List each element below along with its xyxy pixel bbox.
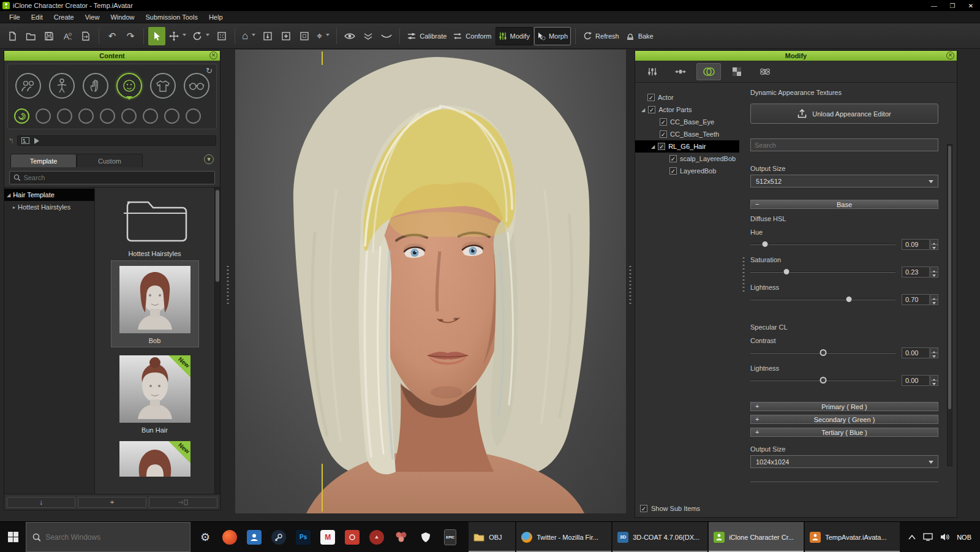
unload-appearance-editor-button[interactable]: Unload Appearance Editor — [750, 104, 938, 124]
contrast-slider[interactable] — [750, 349, 895, 357]
tree-item-cc-base-eye[interactable]: ✓ CC_Base_Eye — [635, 116, 739, 128]
hue-slider[interactable] — [750, 241, 895, 248]
target-probe-button[interactable]: ⌖ — [314, 27, 332, 45]
thumbnail-bob[interactable]: Bob — [111, 261, 198, 347]
tree-item-hair-template[interactable]: ◢ Hair Template — [4, 189, 94, 201]
content-panel-close-icon[interactable]: ✕ — [209, 51, 217, 59]
maximize-button[interactable]: ❐ — [943, 0, 962, 11]
add-item-button[interactable]: ＋ — [78, 497, 146, 508]
taskbar-search-box[interactable] — [26, 522, 190, 552]
content-scrollbar[interactable] — [214, 187, 220, 494]
tree-item-actor-parts[interactable]: ◢ ✓ Actor Parts — [635, 104, 739, 116]
collapse-minus-icon[interactable]: − — [755, 200, 759, 208]
layers-button[interactable] — [360, 27, 377, 45]
subcategory-7[interactable] — [143, 108, 158, 124]
saturation-value[interactable]: 0.23 — [902, 267, 930, 278]
subcategory-hair[interactable] — [14, 108, 29, 124]
tree-item-cc-base-teeth[interactable]: ✓ CC_Base_Teeth — [635, 128, 739, 140]
taskbar-window-iclone-cc[interactable]: iClone Character Cr... — [709, 522, 804, 552]
checkbox-checked[interactable]: ✓ — [669, 155, 677, 162]
minimize-button[interactable]: — — [925, 0, 943, 11]
tab-physics[interactable] — [753, 63, 777, 80]
probe-options-caret[interactable] — [326, 34, 330, 38]
expander-open-icon[interactable]: ◢ — [651, 144, 655, 149]
home-button[interactable]: ⌂ — [239, 27, 258, 45]
new-project-button[interactable] — [4, 27, 21, 45]
character-text-tool-button[interactable]: A — [59, 27, 76, 45]
pinned-app-red-1[interactable] — [340, 522, 364, 552]
checkbox-checked[interactable]: ✓ — [669, 167, 677, 175]
output-size-dropdown-bottom[interactable]: 1024x1024 — [750, 455, 938, 468]
hue-value[interactable]: 0.09 — [902, 239, 930, 250]
export-document-button[interactable] — [77, 27, 94, 45]
pinned-settings[interactable]: ⚙ — [193, 522, 217, 552]
subcategory-8[interactable] — [164, 108, 179, 124]
taskbar-search-input[interactable] — [45, 533, 184, 542]
bake-button[interactable]: Bake — [623, 27, 656, 45]
thumbnail-bun-hair[interactable]: New Bun Hair — [111, 355, 198, 434]
modify-scrollbar-thumb[interactable] — [948, 146, 951, 409]
pinned-steam[interactable] — [266, 522, 291, 552]
open-button[interactable] — [22, 27, 39, 45]
menu-create[interactable]: Create — [48, 11, 80, 23]
folder-hottest-hairstyles[interactable]: Hottest Hairstyles — [111, 191, 198, 257]
pinned-app-cluster[interactable] — [389, 522, 413, 552]
output-size-dropdown-top[interactable]: 512x512 — [750, 175, 938, 187]
primary-red-section-header[interactable]: + Primary ( Red ) — [750, 402, 938, 411]
subcategory-5[interactable] — [100, 108, 115, 124]
modify-panel-close-icon[interactable]: ✕ — [946, 51, 954, 59]
pinned-app-swirl[interactable] — [217, 522, 242, 552]
spec-lightness-value[interactable]: 0.00 — [902, 375, 930, 386]
tree-item-actor[interactable]: ✓ Actor — [635, 91, 739, 104]
tree-params-splitter[interactable] — [739, 83, 748, 500]
saturation-spinner[interactable] — [930, 267, 938, 278]
pinned-gmail[interactable]: M — [315, 522, 340, 552]
tertiary-blue-section-header[interactable]: + Tertiary ( Blue ) — [750, 428, 938, 437]
checkbox-checked[interactable]: ✓ — [648, 106, 655, 113]
category-accessory[interactable] — [184, 73, 209, 99]
category-characters[interactable] — [15, 73, 41, 99]
thumbnail-partial[interactable]: New — [111, 441, 198, 477]
checkbox-checked[interactable]: ✓ — [647, 94, 655, 101]
import-button[interactable] — [259, 27, 276, 45]
left-splitter[interactable] — [221, 50, 235, 521]
play-icon[interactable] — [34, 138, 39, 144]
breadcrumb-bar[interactable] — [17, 135, 216, 146]
subcategory-3[interactable] — [57, 108, 72, 124]
saturation-slider[interactable] — [750, 268, 895, 276]
texture-search-box[interactable] — [750, 138, 938, 151]
category-body[interactable] — [49, 73, 75, 99]
expand-plus-icon[interactable]: + — [755, 403, 759, 410]
category-cloth[interactable] — [150, 73, 176, 99]
tree-item-rl-g6-hair[interactable]: ◢ ✓ RL_G6_Hair — [635, 140, 739, 153]
redo-button[interactable]: ↷ — [122, 27, 139, 45]
menu-view[interactable]: View — [80, 11, 105, 23]
pinned-app-red-2[interactable] — [364, 522, 389, 552]
rotate-tool-button[interactable] — [190, 27, 212, 45]
pinned-epic-games[interactable]: EPIC — [438, 522, 462, 552]
move-options-caret[interactable] — [183, 34, 186, 38]
hide-eyelid-button[interactable] — [378, 27, 395, 45]
home-options-caret[interactable] — [252, 34, 255, 38]
expand-plus-icon[interactable]: + — [755, 428, 759, 436]
modify-scrollbar[interactable] — [947, 144, 952, 466]
download-button[interactable]: ↓ — [7, 497, 75, 508]
content-search-input[interactable] — [23, 174, 211, 181]
close-button[interactable]: ✕ — [962, 0, 980, 11]
conform-button[interactable]: Conform — [450, 27, 494, 45]
save-button[interactable] — [40, 27, 58, 45]
right-splitter[interactable] — [626, 50, 635, 521]
base-section-header[interactable]: − Base — [750, 200, 938, 209]
category-skin[interactable] — [83, 73, 108, 99]
menu-window[interactable]: Window — [105, 11, 140, 23]
spec-lightness-spinner[interactable] — [930, 375, 938, 386]
tab-template[interactable]: Template — [10, 154, 77, 167]
move-tool-button[interactable] — [167, 27, 189, 45]
fullscreen-button[interactable] — [213, 27, 230, 45]
taskbar-window-tempavatar[interactable]: TempAvatar.iAvata... — [805, 522, 900, 552]
pinned-app-shield[interactable] — [413, 522, 438, 552]
secondary-green-section-header[interactable]: + Secondary ( Green ) — [750, 415, 938, 424]
tab-material[interactable] — [696, 63, 721, 80]
volume-icon[interactable] — [940, 533, 949, 541]
contrast-spinner[interactable] — [930, 347, 938, 358]
